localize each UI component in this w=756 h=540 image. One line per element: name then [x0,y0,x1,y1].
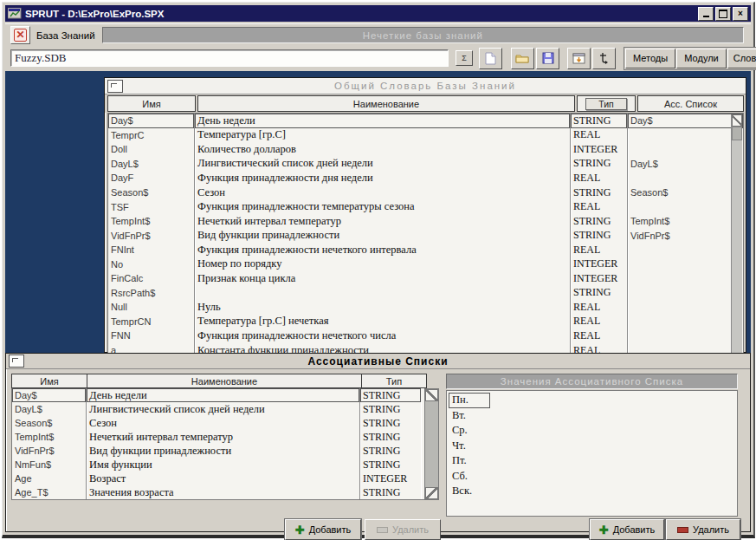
close-kb-button[interactable]: ✕ [10,26,30,44]
table-row[interactable]: RsrcPath$STRING [108,286,743,301]
file-name-input[interactable]: Fuzzy.SDB [10,49,449,67]
list-item[interactable]: Вт. [449,408,490,424]
minimize-icon [703,16,709,17]
scrollbar-down-button[interactable] [425,487,438,499]
save-button[interactable] [536,48,559,69]
cell-type: STRING [571,114,628,128]
cell-name: Doll [108,142,195,157]
tree-branch-icon [598,52,611,64]
plus-icon: ✚ [295,524,305,536]
maximize-button[interactable] [715,7,731,21]
cell-description: День недели [195,114,571,128]
dictionary-button[interactable]: Словарь [727,49,756,68]
table-row[interactable]: TSFФункция принадлежности температуры се… [108,199,743,214]
cell-type: STRING [360,485,421,499]
table-row[interactable]: DollКоличество долларовINTEGER [108,142,743,157]
table-row[interactable]: FinCalcПризнак конца циклаINTEGER [108,271,743,286]
assoc-add-button[interactable]: ✚ Добавить [285,519,361,540]
assoc-column-header-description[interactable]: Наименование [87,374,361,388]
new-file-button[interactable] [479,48,502,69]
tree-view-button[interactable] [592,48,616,69]
table-row[interactable]: Age_T$Значения возрастаSTRING [12,485,424,499]
cell-type: REAL [571,315,628,329]
list-item[interactable]: Пт. [449,453,490,469]
column-header-description[interactable]: Наименование [197,95,575,112]
assoc-column-header-type[interactable]: Тип [361,374,427,388]
table-row[interactable]: Day$День неделиSTRING [12,388,424,402]
scrollbar-track[interactable] [425,401,438,487]
sigma-button[interactable]: Σ [456,50,473,66]
table-row[interactable]: VidFnPr$Вид функции принадлежностиSTRING… [108,228,743,243]
scrollbar-thumb[interactable] [732,127,742,140]
close-icon: × [738,10,743,18]
minimize-button[interactable] [698,7,714,21]
list-item[interactable]: Чт. [449,439,490,454]
assoc-lists-window: Ассоциативные Списки Имя Наименование Ти… [5,353,751,532]
cell-description: День недели [87,388,360,402]
values-delete-button[interactable]: Удалить [666,519,740,540]
cell-name: NmFun$ [12,458,87,472]
column-header-assoc[interactable]: Асс. Список [637,95,744,112]
assoc-delete-button[interactable]: Удалить [365,519,441,540]
table-row[interactable]: DayL$Лингвистический список дней неделиS… [108,157,743,172]
cell-type: INTEGER [571,257,628,271]
maximize-icon [719,10,727,18]
table-row[interactable]: TempInt$Нечеткий интервал температурSTRI… [12,430,424,444]
table-row[interactable]: DayL$Лингвистический список дней неделиS… [12,402,424,416]
cell-description: Вид функции принадлежности [87,444,360,458]
table-row[interactable]: VidFnPr$Вид функции принадлежностиSTRING [12,444,424,458]
table-row[interactable]: NmFun$Имя функцииSTRING [12,458,424,472]
table-row[interactable]: TempInt$Нечеткий интервал температурSTRI… [108,214,743,229]
modules-button[interactable]: Модули [676,49,727,68]
assoc-column-header-name[interactable]: Имя [11,374,87,388]
window-title: SPRUT - D:\ExPro\ExPro.SPX [25,9,164,19]
close-button[interactable]: × [733,7,748,21]
table-row[interactable]: DayFФункция принадлежности дня неделиREA… [108,171,743,185]
assoc-values-panel: Значения Ассоциативного Списка Пн.Вт.Ср.… [446,374,738,517]
list-item[interactable]: Вск. [449,484,490,499]
table-row[interactable]: TemprCNТемпература [гр.С] нечеткаяREAL [108,315,743,329]
scrollbar-up-button[interactable] [425,389,438,401]
table-row[interactable]: Day$День неделиSTRINGDay$ [108,114,743,128]
cell-assoc-list: Day$ [628,114,743,128]
methods-button[interactable]: Методы [625,49,675,68]
import-window-icon [572,53,585,64]
cell-name: Season$ [12,416,87,430]
table-row[interactable]: NullНульREAL [108,300,743,315]
list-item[interactable]: Ср. [449,423,490,439]
cell-assoc-list [628,315,743,329]
cell-assoc-list [628,329,743,343]
cell-assoc-list: DayL$ [628,157,743,172]
assoc-column-scrollbar[interactable] [731,114,742,357]
open-file-button[interactable] [511,48,534,69]
table-row[interactable]: AgeВозрастINTEGER [12,472,424,485]
cell-type: REAL [571,171,628,185]
import-button[interactable] [567,48,591,69]
dictionary-titlebar: Общий Словарь Базы Знаний [105,78,746,94]
assoc-table-scrollbar[interactable] [425,388,439,500]
dictionary-table-body: Day$День неделиSTRINGDay$TemprCТемперату… [107,113,744,359]
table-row[interactable]: NoНомер по порядкуINTEGER [108,257,743,271]
cell-name: TemprCN [108,315,195,329]
table-row[interactable]: TemprCТемпература [гр.С]REAL [108,128,743,143]
values-add-button[interactable]: ✚ Добавить [590,519,664,540]
table-row[interactable]: Season$СезонSTRINGSeason$ [108,185,743,200]
scrollbar-up-button[interactable] [732,114,742,127]
list-item[interactable]: Пн. [449,393,490,408]
table-row[interactable]: FNIntФункция принадлежности нечеткого ин… [108,243,743,257]
window-titlebar: SPRUT - D:\ExPro\ExPro.SPX × [5,5,751,22]
dictionary-column-headers: Имя Наименование Тип Асс. Список [105,94,746,113]
cell-type: REAL [571,329,628,343]
cell-description: Функция принадлежности температуры сезон… [195,199,571,214]
kb-banner: Нечеткие базы знаний [102,27,744,43]
cell-assoc-list: Season$ [628,185,743,200]
cell-name: FNN [108,329,195,343]
list-item[interactable]: Сб. [449,469,490,485]
cell-type: STRING [571,214,628,229]
table-row[interactable]: Season$СезонSTRING [12,416,424,430]
table-row[interactable]: FNNФункция принадлежности нечеткого числ… [108,329,743,343]
cell-type: INTEGER [571,142,628,157]
assoc-values-title: Значения Ассоциативного Списка [446,374,738,389]
column-header-name[interactable]: Имя [107,95,196,112]
column-header-type[interactable]: Тип [577,95,636,112]
